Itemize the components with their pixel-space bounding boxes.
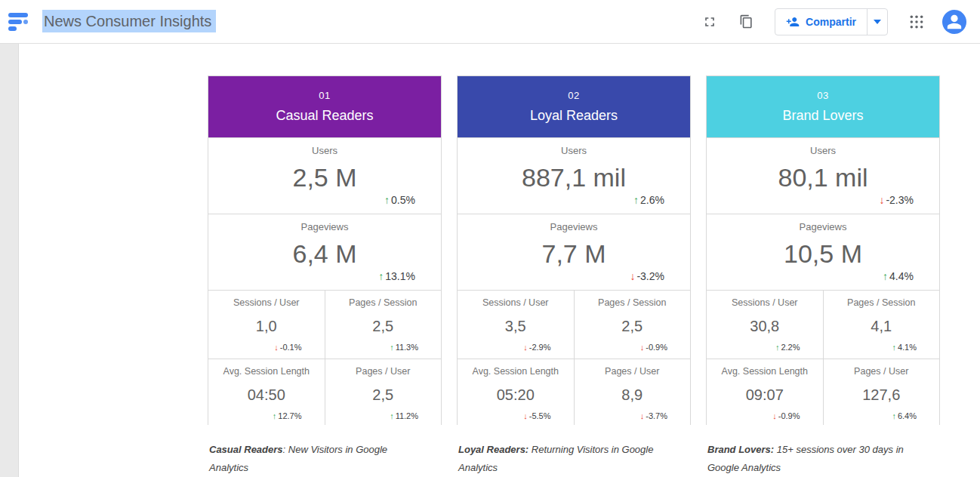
change-percent: -0.9% (778, 411, 800, 420)
trend-arrow-icon (640, 343, 645, 352)
metric-change: 13.1% (378, 270, 415, 282)
metric-sessions-per-user: Sessions / User 3,5 -2.9% (458, 291, 574, 359)
footnote-brand-lovers: Brand Lovers: 15+ sessions over 30 days … (707, 441, 920, 477)
metric-pages-per-user: Pages / User 2,5 11.2% (325, 359, 442, 427)
share-dropdown-button[interactable] (867, 9, 887, 35)
metric-label: Users (458, 145, 690, 156)
metric-change: -2.3% (879, 194, 914, 206)
metric-label: Sessions / User (458, 297, 574, 308)
share-button[interactable]: Compartir (775, 9, 867, 35)
metric-change: -0.1% (274, 343, 301, 352)
metric-value: 30,8 (707, 317, 823, 334)
change-percent: 2.2% (781, 343, 800, 352)
segment-header: 01 Casual Readers (208, 76, 441, 137)
trend-arrow-icon (879, 194, 884, 206)
footnote-term: Brand Lovers: (707, 444, 774, 455)
scorecard-brand-lovers: 03 Brand Lovers Users 80,1 mil -2.3% Pag… (706, 75, 940, 425)
change-percent: 2.6% (640, 194, 664, 206)
trend-arrow-icon (640, 411, 645, 420)
metric-change: -5.5% (523, 411, 550, 420)
metric-change: -3.2% (630, 270, 664, 282)
metric-value: 7,7 M (458, 239, 690, 269)
change-percent: -3.7% (646, 411, 667, 420)
share-split-button: Compartir (775, 8, 888, 35)
metric-label: Avg. Session Length (208, 366, 325, 377)
metric-label: Pages / User (325, 366, 442, 377)
change-percent: 0.5% (391, 194, 415, 206)
metric-users: Users 2,5 M 0.5% (208, 138, 441, 214)
app-header: News Consumer Insights Compartir (0, 0, 980, 44)
metric-change: 2.6% (633, 194, 664, 206)
metric-pages-per-session: Pages / Session 2,5 11.3% (325, 291, 442, 359)
footnote-casual-readers: Casual Readers: New Visitors in Google A… (209, 441, 422, 477)
metric-sessions-per-user: Sessions / User 30,8 2.2% (707, 291, 823, 359)
scorecard-loyal-readers: 02 Loyal Readers Users 887,1 mil 2.6% Pa… (457, 75, 691, 425)
segment-number: 03 (817, 90, 828, 101)
metric-change: -0.9% (640, 343, 667, 352)
footnote-loyal-readers: Loyal Readers: Returning Visitors in Goo… (458, 441, 671, 477)
apps-grid-button[interactable] (908, 13, 926, 31)
segment-title: Casual Readers (276, 108, 373, 124)
metric-label: Avg. Session Length (458, 366, 574, 377)
canvas-left-margin (0, 44, 19, 477)
metric-pages-per-session: Pages / Session 2,5 -0.9% (575, 291, 691, 359)
metric-pageviews: Pageviews 7,7 M -3.2% (458, 214, 690, 290)
metric-pages-per-user: Pages / User 127,6 6.4% (824, 359, 940, 427)
segment-header: 02 Loyal Readers (458, 76, 690, 137)
metric-change: -0.9% (772, 411, 800, 420)
metric-value: 2,5 (325, 317, 442, 334)
change-percent: -3.2% (636, 270, 664, 282)
footnote-term: Casual Readers (209, 444, 283, 455)
metric-label: Pageviews (707, 221, 939, 232)
metric-change: 2.2% (775, 343, 800, 352)
trend-arrow-icon (633, 194, 639, 206)
metric-change: -3.7% (640, 411, 667, 420)
metric-label: Pages / User (824, 366, 940, 377)
metric-change: 0.5% (384, 194, 415, 206)
change-percent: -0.1% (280, 343, 302, 352)
metric-value: 127,6 (824, 386, 940, 403)
metric-change: 11.3% (390, 343, 418, 352)
trend-arrow-icon (892, 411, 896, 420)
metric-value: 05:20 (458, 386, 574, 403)
change-percent: 11.3% (396, 343, 418, 352)
metric-pageviews: Pageviews 10,5 M 4.4% (707, 214, 939, 290)
metric-label: Pages / Session (325, 297, 442, 308)
report-title[interactable]: News Consumer Insights (42, 13, 216, 30)
chevron-down-icon (874, 20, 881, 24)
trend-arrow-icon (390, 411, 394, 420)
report-title-text[interactable]: News Consumer Insights (42, 10, 216, 32)
metric-pageviews: Pageviews 6,4 M 13.1% (208, 214, 441, 290)
change-percent: 4.4% (889, 270, 914, 282)
metric-label: Pageviews (458, 221, 690, 232)
data-studio-logo[interactable] (8, 11, 32, 33)
trend-arrow-icon (772, 411, 777, 420)
trend-arrow-icon (630, 270, 635, 282)
copy-icon (739, 14, 753, 29)
change-percent: 4.1% (898, 343, 917, 352)
metric-value: 80,1 mil (707, 163, 939, 192)
segment-header: 03 Brand Lovers (707, 76, 939, 137)
copy-report-button[interactable] (737, 13, 755, 31)
fullscreen-button[interactable] (701, 13, 719, 31)
change-percent: 6.4% (898, 411, 917, 420)
trend-arrow-icon (384, 194, 390, 206)
metric-label: Users (707, 145, 939, 156)
segment-title: Loyal Readers (530, 108, 618, 124)
metric-avg-session-length: Avg. Session Length 05:20 -5.5% (458, 359, 574, 427)
trend-arrow-icon (892, 343, 896, 352)
segment-number: 01 (319, 90, 330, 101)
change-percent: -2.9% (529, 343, 551, 352)
trend-arrow-icon (273, 411, 277, 420)
trend-arrow-icon (775, 343, 780, 352)
change-percent: -0.9% (646, 343, 667, 352)
trend-arrow-icon (883, 270, 888, 282)
metric-value: 887,1 mil (458, 163, 690, 192)
metric-value: 8,9 (575, 386, 691, 403)
metric-label: Pages / User (575, 366, 691, 377)
user-avatar[interactable] (942, 10, 966, 34)
metric-avg-session-length: Avg. Session Length 09:07 -0.9% (707, 359, 823, 427)
metric-value: 09:07 (707, 386, 823, 403)
metric-change: 4.1% (892, 343, 917, 352)
segment-number: 02 (568, 90, 579, 101)
